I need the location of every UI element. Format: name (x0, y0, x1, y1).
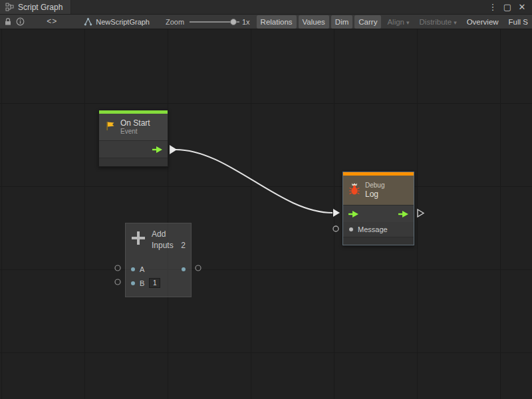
on-start-port-row (99, 140, 168, 158)
ghost-add-ports: A B 1 (126, 262, 191, 290)
graph-asset-icon (84, 17, 92, 26)
tab-script-graph[interactable]: Script Graph (0, 0, 71, 14)
window-close-button[interactable]: ✕ (516, 2, 528, 12)
bug-icon (348, 183, 360, 198)
ghost-add-subtitle: Inputs (152, 241, 174, 250)
tab-label: Script Graph (18, 3, 63, 12)
debug-log-message-row[interactable]: Message (343, 222, 414, 237)
flow-output-arrow-icon[interactable] (152, 146, 163, 154)
port-b-value-field[interactable]: 1 (149, 278, 160, 288)
distribute-dropdown[interactable]: Distribute▾ (416, 15, 461, 29)
port-b-label: B (140, 279, 144, 287)
script-graph-tab-icon (5, 3, 14, 11)
titlebar: Script Graph ⋮ ▢ ✕ (0, 0, 532, 15)
values-label: Values (303, 18, 325, 26)
on-start-header[interactable]: On Start Event (99, 114, 168, 140)
graph-canvas[interactable]: On Start Event (0, 29, 532, 399)
align-dropdown[interactable]: Align▾ (383, 15, 413, 29)
message-port-dot-icon[interactable] (349, 227, 353, 231)
connection-layer (0, 29, 532, 399)
output-dot-icon[interactable] (182, 267, 186, 271)
ghost-add-count: 2 (181, 241, 186, 250)
message-input-port-circle[interactable] (333, 226, 338, 231)
window-maximize-button[interactable]: ▢ (501, 2, 513, 12)
node-on-start[interactable]: On Start Event (98, 110, 168, 167)
relations-button[interactable]: Relations (257, 15, 297, 29)
zoom-slider-knob[interactable] (230, 19, 237, 25)
ghost-add-title: Add (152, 229, 186, 239)
carry-label: Carry (358, 18, 377, 26)
node-debug-log[interactable]: Debug Log (342, 172, 414, 245)
chevron-down-icon: ▾ (454, 19, 457, 26)
align-label: Align (387, 18, 404, 26)
distribute-label: Distribute (420, 18, 452, 26)
lock-icon[interactable] (3, 16, 13, 28)
port-a-dot-icon[interactable] (131, 267, 135, 271)
overview-label: Overview (467, 18, 499, 26)
ghost-port-b-outer-circle[interactable] (115, 279, 120, 285)
window-controls: ⋮ ▢ ✕ (487, 0, 532, 14)
debug-log-title: Log (365, 190, 384, 199)
info-icon[interactable] (16, 16, 26, 28)
message-label: Message (358, 225, 388, 233)
ghost-port-a-outer-circle[interactable] (115, 265, 120, 271)
debug-log-flow-row (343, 205, 414, 222)
ghost-output-outer-circle[interactable] (196, 265, 201, 271)
zoom-value: 1x (242, 18, 250, 26)
node-add-ghost[interactable]: Add Inputs 2 A B 1 (125, 223, 192, 297)
relations-label: Relations (261, 18, 293, 26)
titlebar-spacer (71, 0, 487, 14)
dim-button[interactable]: Dim (331, 15, 352, 29)
debug-log-footer (343, 237, 414, 245)
flow-input-arrow-icon[interactable] (348, 210, 359, 218)
fullscreen-label: Full S (509, 18, 528, 26)
graph-name: NewScriptGraph (96, 18, 150, 26)
ghost-add-header: Add Inputs 2 (126, 223, 191, 258)
debug-log-category: Debug (365, 182, 384, 190)
values-button[interactable]: Values (299, 15, 329, 29)
port-a-label: A (140, 265, 144, 273)
code-icon: <> (47, 17, 57, 26)
on-start-footer (99, 158, 168, 166)
on-start-title: On Start (120, 118, 150, 128)
fullscreen-button[interactable]: Full S (505, 15, 532, 29)
dim-label: Dim (335, 18, 348, 26)
wire-onstart-to-log[interactable] (176, 150, 332, 213)
flow-output-arrow-icon[interactable] (398, 210, 409, 218)
graph-reference[interactable]: NewScriptGraph (84, 17, 150, 26)
wire-end-arrow-icon (333, 209, 340, 217)
graph-toolbar: <> NewScriptGraph Zoom 1x Relations Valu… (0, 15, 532, 29)
log-output-port-triangle[interactable] (418, 209, 424, 217)
zoom-label: Zoom (166, 18, 184, 26)
debug-log-header[interactable]: Debug Log (343, 176, 414, 205)
on-start-subtitle: Event (120, 128, 150, 136)
edit-source-button[interactable]: <> (37, 15, 66, 29)
port-b-dot-icon[interactable] (131, 281, 135, 285)
flag-icon (104, 120, 116, 134)
plus-icon (131, 229, 146, 258)
window-menu-button[interactable]: ⋮ (487, 2, 499, 12)
overview-button[interactable]: Overview (463, 15, 503, 29)
ghost-port-row-a[interactable]: A (126, 262, 191, 276)
onstart-output-port-connected[interactable] (170, 145, 177, 154)
zoom-slider[interactable] (190, 16, 239, 28)
chevron-down-icon: ▾ (406, 19, 410, 26)
script-graph-window: Script Graph ⋮ ▢ ✕ <> (0, 0, 532, 399)
ghost-port-row-b[interactable]: B 1 (126, 276, 191, 290)
carry-button[interactable]: Carry (354, 15, 381, 29)
